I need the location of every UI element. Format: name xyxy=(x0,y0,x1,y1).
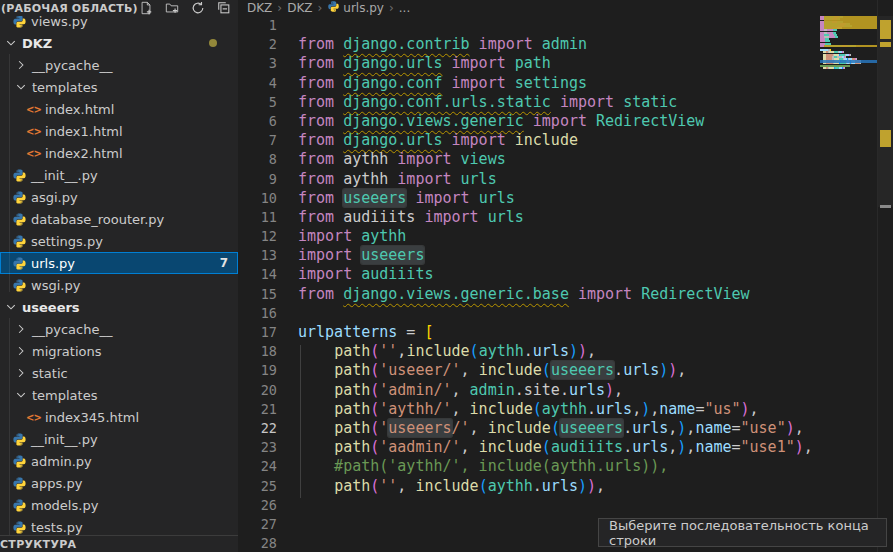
code-token: . xyxy=(623,438,632,456)
code-line-11[interactable]: 11from audiiits import urls xyxy=(238,208,820,227)
code-editor[interactable]: 12from django.contrib import admin3from … xyxy=(238,16,820,552)
outline-section-header[interactable]: СТРУКТУРА xyxy=(0,535,238,552)
tree-item-apps-py[interactable]: apps.py xyxy=(0,472,238,494)
code-line-17[interactable]: 17urlpatterns = [ xyxy=(238,323,820,342)
code-line-8[interactable]: 8from aythh import views xyxy=(238,150,820,169)
tree-item--init-py[interactable]: __init__.py xyxy=(0,428,238,450)
tree-item-index1-html[interactable]: <>index1.html xyxy=(0,120,238,142)
code-line-12[interactable]: 12import aythh xyxy=(238,227,820,246)
tree-item-asgi-py[interactable]: asgi.py xyxy=(0,186,238,208)
code-line-6[interactable]: 6from django.views.generic import Redire… xyxy=(238,112,820,131)
tree-folder-templates[interactable]: templates xyxy=(0,76,238,98)
code-line-10[interactable]: 10from useeers import urls xyxy=(238,189,820,208)
tree-item-database-roouter-py[interactable]: database_roouter.py xyxy=(0,208,238,230)
overview-ruler[interactable] xyxy=(877,0,893,552)
code-line-13[interactable]: 13import useeers xyxy=(238,246,820,265)
code-token: name xyxy=(695,419,731,437)
minimap-highlight-mark xyxy=(820,60,878,62)
code-line-22[interactable]: 22 path('useeers/', include(useeers.urls… xyxy=(238,419,820,438)
code-line-1[interactable]: 1 xyxy=(238,16,820,35)
tree-folder-static[interactable]: static xyxy=(0,362,238,384)
breadcrumb-separator: › xyxy=(277,1,282,15)
new-folder-icon[interactable] xyxy=(164,1,179,16)
code-line-24[interactable]: 24 #path('aythh/', include(aythh.urls)), xyxy=(238,457,820,476)
refresh-icon[interactable] xyxy=(190,1,205,16)
tree-folder--pycache-[interactable]: __pycache__ xyxy=(0,54,238,76)
code-token: path xyxy=(334,361,370,379)
tree-item-admin-py[interactable]: admin.py xyxy=(0,450,238,472)
code-token: ) xyxy=(605,381,614,399)
tree-item-settings-py[interactable]: settings.py xyxy=(0,230,238,252)
chevron-right-icon xyxy=(14,366,28,380)
code-token: 'useeer/' xyxy=(379,361,460,379)
code-line-18[interactable]: 18 path('',include(aythh.urls)), xyxy=(238,342,820,361)
code-token: from xyxy=(298,208,343,226)
line-number: 12 xyxy=(238,227,298,246)
overview-ruler-mark xyxy=(880,130,891,147)
new-file-icon[interactable] xyxy=(138,1,153,16)
tree-item-models-py[interactable]: models.py xyxy=(0,494,238,516)
code-line-14[interactable]: 14import audiiits xyxy=(238,265,820,284)
tree-folder-migrations[interactable]: migrations xyxy=(0,340,238,362)
breadcrumb[interactable]: DKZ›DKZ›urls.py›... xyxy=(238,0,893,16)
code-line-text: from django.urls import path xyxy=(298,54,551,73)
code-line-19[interactable]: 19 path('useeer/', include(useeers.urls)… xyxy=(238,361,820,380)
chevron-right-icon xyxy=(14,322,28,336)
breadcrumb-item[interactable]: ... xyxy=(399,1,410,15)
chevron-down-icon xyxy=(4,36,18,50)
code-token: #path('aythh/', include(aythh.urls)), xyxy=(298,457,668,475)
code-line-2[interactable]: 2from django.contrib import admin xyxy=(238,35,820,54)
code-token: include xyxy=(479,361,542,379)
code-token xyxy=(298,361,334,379)
explorer-section-header[interactable]: (РАБОЧАЯ ОБЛАСТЬ) ... xyxy=(0,0,238,16)
python-file-icon xyxy=(12,454,27,469)
line-number: 28 xyxy=(238,534,298,552)
code-line-25[interactable]: 25 path('', include(aythh.urls)), xyxy=(238,477,820,496)
tree-item-index-html[interactable]: <>index.html xyxy=(0,98,238,120)
tree-folder-useeers[interactable]: useeers xyxy=(0,296,238,318)
tree-folder-templates[interactable]: templates xyxy=(0,384,238,406)
code-token: settings xyxy=(515,74,587,92)
code-token: from xyxy=(298,170,343,188)
python-file-icon xyxy=(327,0,340,16)
tree-item-urls-py[interactable]: urls.py7 xyxy=(0,252,238,274)
code-token: 'admin/' xyxy=(379,381,451,399)
code-token: import xyxy=(551,93,623,111)
minimap[interactable] xyxy=(820,14,878,544)
tree-folder-dkz[interactable]: DKZ xyxy=(0,32,238,54)
indent-guide xyxy=(300,345,301,498)
code-line-5[interactable]: 5from django.conf.urls.static import sta… xyxy=(238,93,820,112)
code-line-4[interactable]: 4from django.conf import settings xyxy=(238,74,820,93)
code-token: , xyxy=(452,400,470,418)
code-line-16[interactable]: 16 xyxy=(238,304,820,323)
code-line-3[interactable]: 3from django.urls import path xyxy=(238,54,820,73)
line-number: 27 xyxy=(238,515,298,534)
collapse-all-icon[interactable] xyxy=(216,1,231,16)
code-line-text: from django.views.generic import Redirec… xyxy=(298,112,704,131)
line-number: 22 xyxy=(238,419,298,438)
html-file-icon: <> xyxy=(26,102,41,117)
code-line-23[interactable]: 23 path('aadmin/', include(audiiits.urls… xyxy=(238,438,820,457)
breadcrumb-item[interactable]: DKZ xyxy=(247,1,272,15)
code-token: . xyxy=(515,381,524,399)
tree-item-wsgi-py[interactable]: wsgi.py xyxy=(0,274,238,296)
code-line-9[interactable]: 9from aythh import urls xyxy=(238,170,820,189)
breadcrumb-item[interactable]: urls.py xyxy=(327,0,384,16)
tree-item-label: static xyxy=(32,366,68,381)
code-line-21[interactable]: 21 path('aythh/', include(aythh.urls,),n… xyxy=(238,400,820,419)
tree-item--init-py[interactable]: __init__.py xyxy=(0,164,238,186)
python-file-icon xyxy=(12,498,27,513)
tree-item-index2-html[interactable]: <>index2.html xyxy=(0,142,238,164)
code-token: include xyxy=(479,438,542,456)
code-line-7[interactable]: 7from django.urls import include xyxy=(238,131,820,150)
python-file-icon xyxy=(12,234,27,249)
code-line-15[interactable]: 15from django.views.generic.base import … xyxy=(238,285,820,304)
tree-item-index345-html[interactable]: <>index345.html xyxy=(0,406,238,428)
code-line-text: import useeers xyxy=(298,246,424,265)
code-token: import xyxy=(470,35,542,53)
tree-folder--pycache-[interactable]: __pycache__ xyxy=(0,318,238,340)
code-line-text: path('aadmin/', include(audiiits.urls,),… xyxy=(298,438,813,457)
code-line-20[interactable]: 20 path('admin/', admin.site.urls), xyxy=(238,381,820,400)
code-line-26[interactable]: 26 xyxy=(238,496,820,515)
breadcrumb-item[interactable]: DKZ xyxy=(287,1,312,15)
